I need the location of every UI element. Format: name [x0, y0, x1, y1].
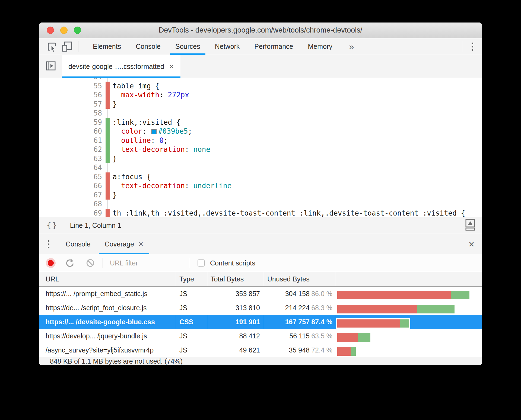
- pretty-print-icon[interactable]: {}: [47, 221, 58, 230]
- toolbar-separator: [78, 41, 78, 52]
- devtools-window: DevTools - developers.google.com/web/too…: [39, 23, 482, 365]
- row-type: JS: [176, 301, 207, 315]
- clear-icon[interactable]: [86, 258, 95, 268]
- traffic-lights: [47, 23, 81, 38]
- coverage-row[interactable]: https://de... /script_foot_closure.jsJS3…: [39, 301, 482, 315]
- coverage-summary-text: 848 KB of 1.1 MB bytes are not used. (74…: [50, 357, 183, 365]
- line-number: 68: [39, 200, 102, 209]
- coverage-gutter-red: [106, 82, 110, 91]
- row-usage-bar-cell: [336, 315, 482, 329]
- row-unused-percent: 63.5 %: [310, 332, 332, 340]
- source-editor[interactable]: 5455table img {56 max-width: 272px57}585…: [39, 78, 482, 217]
- more-tabs-icon[interactable]: »: [349, 41, 354, 52]
- title-bar: DevTools - developers.google.com/web/too…: [39, 23, 482, 38]
- code-line-68: 68: [39, 200, 482, 209]
- row-url: https://... /prompt_embed_static.js: [39, 287, 176, 301]
- coverage-gutter-red: [106, 100, 110, 109]
- row-type: JS: [176, 287, 207, 301]
- coverage-gutter-green: [106, 118, 110, 127]
- column-header-type[interactable]: Type: [176, 272, 207, 286]
- line-number: 59: [39, 118, 102, 127]
- show-navigator-icon[interactable]: [46, 61, 56, 72]
- tab-console[interactable]: Console: [128, 38, 168, 55]
- coverage-table-header: URLTypeTotal BytesUnused Bytes: [39, 272, 482, 287]
- row-unused-bytes: 304 15886.0 %: [264, 287, 336, 301]
- expand-drawer-icon[interactable]: [465, 218, 475, 232]
- coverage-gutter-green: [106, 136, 110, 145]
- code-text: a:focus {: [113, 172, 151, 182]
- close-file-tab-icon[interactable]: ×: [169, 62, 174, 71]
- code-lines: 5455table img {56 max-width: 272px57}585…: [39, 78, 482, 217]
- code-line-64: 64: [39, 163, 482, 172]
- usage-bar: [337, 305, 455, 313]
- line-number: 65: [39, 172, 102, 182]
- record-coverage-button[interactable]: [48, 260, 54, 266]
- file-tab-css-formatted[interactable]: devsite-google-….css:formatted ×: [62, 55, 180, 78]
- cursor-position: Line 1, Column 1: [70, 222, 121, 229]
- row-unused-bytes: 214 22468.3 %: [264, 301, 336, 315]
- row-unused-bytes: 35 94872.4 %: [264, 343, 336, 357]
- close-drawer-icon[interactable]: ×: [469, 239, 474, 249]
- drawer-tab-console[interactable]: Console: [59, 234, 98, 254]
- url-filter-input[interactable]: [110, 259, 189, 267]
- drawer-tab-strip: Console Coverage × ×: [39, 234, 482, 254]
- line-number: 64: [39, 163, 102, 172]
- line-number: 62: [39, 145, 102, 154]
- used-bar-segment: [400, 319, 409, 328]
- color-swatch-icon[interactable]: [151, 129, 157, 134]
- row-total-bytes: 353 857: [207, 287, 264, 301]
- drawer-menu-icon[interactable]: [48, 240, 49, 248]
- reload-icon[interactable]: [65, 258, 74, 268]
- coverage-row[interactable]: /async_survey?site=ylj5ifxusvvmr4pJS49 6…: [39, 343, 482, 357]
- column-header-total-bytes[interactable]: Total Bytes: [207, 272, 264, 286]
- column-header-url[interactable]: URL: [39, 272, 176, 286]
- tab-network[interactable]: Network: [208, 38, 247, 55]
- row-url: /async_survey?site=ylj5ifxusvvmr4p: [39, 343, 176, 357]
- usage-bar: [337, 319, 409, 328]
- row-total-bytes: 49 621: [207, 343, 264, 357]
- coverage-row[interactable]: https://... /devsite-google-blue.cssCSS1…: [39, 315, 482, 329]
- row-total-bytes: 88 412: [207, 329, 264, 343]
- drawer-tab-coverage[interactable]: Coverage ×: [98, 234, 151, 254]
- tab-elements[interactable]: Elements: [85, 38, 128, 55]
- coverage-gutter-red: [106, 209, 110, 217]
- row-url: https://develop... /jquery-bundle.js: [39, 329, 176, 343]
- code-line-66: 66 text-decoration: underline: [39, 181, 482, 191]
- zoom-window-button[interactable]: [74, 27, 81, 34]
- coverage-gutter-green: [106, 145, 110, 154]
- coverage-row[interactable]: https://... /prompt_embed_static.jsJS353…: [39, 287, 482, 301]
- coverage-gutter-green: [106, 154, 110, 163]
- coverage-gutter-red: [106, 191, 110, 200]
- code-line-55: 55table img {: [39, 82, 482, 91]
- row-unused-percent: 87.4 %: [310, 318, 332, 326]
- inspect-element-icon[interactable]: [46, 41, 58, 52]
- row-unused-bytes: 167 75787.4 %: [264, 315, 336, 329]
- code-line-60: 60 color: #039be5;: [39, 127, 482, 136]
- minimize-window-button[interactable]: [60, 27, 68, 34]
- line-number: 56: [39, 91, 102, 100]
- code-text: max-width: 272px: [113, 91, 189, 100]
- code-line-57: 57}: [39, 100, 482, 109]
- unused-bar-segment: [337, 319, 400, 328]
- used-bar-segment: [351, 347, 356, 356]
- coverage-row[interactable]: https://develop... /jquery-bundle.jsJS88…: [39, 329, 482, 343]
- unused-bar-segment: [337, 291, 451, 299]
- row-type: JS: [176, 343, 207, 357]
- tab-sources[interactable]: Sources: [168, 38, 208, 55]
- devtools-menu-icon[interactable]: [472, 43, 473, 51]
- device-toolbar-icon[interactable]: [61, 41, 73, 52]
- close-window-button[interactable]: [47, 27, 54, 34]
- usage-bar: [337, 347, 356, 356]
- tab-performance[interactable]: Performance: [247, 38, 300, 55]
- unused-bar-segment: [337, 347, 351, 356]
- code-line-54: 54: [39, 78, 482, 82]
- line-number: 66: [39, 181, 102, 191]
- coverage-gutter-green: [106, 127, 110, 136]
- code-line-63: 63}: [39, 154, 482, 163]
- content-scripts-checkbox[interactable]: [198, 259, 205, 267]
- close-coverage-tab-icon[interactable]: ×: [138, 240, 143, 248]
- used-bar-segment: [358, 333, 370, 342]
- tab-memory[interactable]: Memory: [300, 38, 339, 55]
- code-text: :link,:visited {: [113, 118, 180, 127]
- column-header-unused-bytes[interactable]: Unused Bytes: [264, 272, 336, 286]
